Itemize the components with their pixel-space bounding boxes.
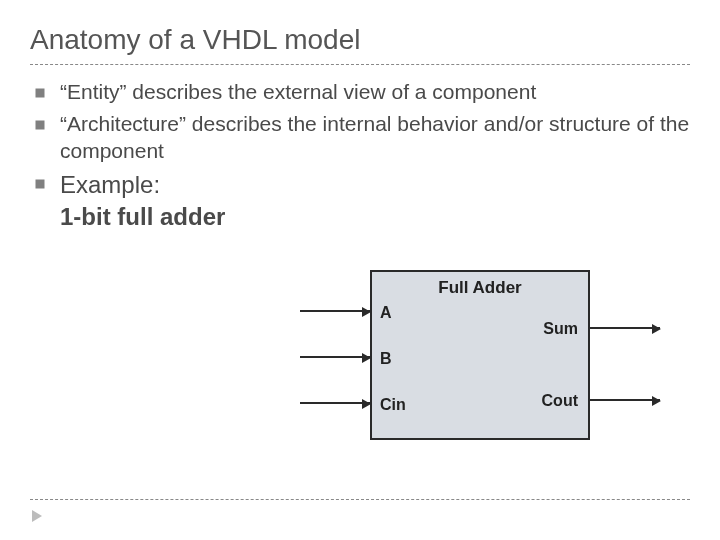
port-label-sum: Sum (543, 320, 578, 338)
wire-out-cout (590, 399, 660, 401)
example-label: Example: (60, 170, 690, 200)
bullet-architecture: “Architecture” describes the internal be… (30, 111, 690, 164)
bullet-entity: “Entity” describes the external view of … (30, 79, 690, 105)
port-label-b: B (380, 350, 392, 368)
wire-in-a (300, 310, 370, 312)
wire-in-cin (300, 402, 370, 404)
example-name: 1-bit full adder (60, 202, 690, 232)
wire-in-b (300, 356, 370, 358)
full-adder-diagram: Full Adder A B Cin Sum Cout (300, 260, 680, 480)
bullet-example: Example: 1-bit full adder (30, 170, 690, 232)
adder-box-title: Full Adder (372, 278, 588, 298)
adder-box: Full Adder A B Cin Sum Cout (370, 270, 590, 440)
nav-triangle-icon (32, 510, 42, 522)
port-label-a: A (380, 304, 392, 322)
title-divider (30, 64, 690, 65)
port-label-cin: Cin (380, 396, 406, 414)
bullet-list: “Entity” describes the external view of … (30, 79, 690, 232)
footer-divider (30, 499, 690, 500)
slide: Anatomy of a VHDL model “Entity” describ… (0, 0, 720, 540)
slide-content: “Entity” describes the external view of … (30, 79, 690, 232)
port-label-cout: Cout (542, 392, 578, 410)
slide-title: Anatomy of a VHDL model (30, 24, 690, 56)
wire-out-sum (590, 327, 660, 329)
